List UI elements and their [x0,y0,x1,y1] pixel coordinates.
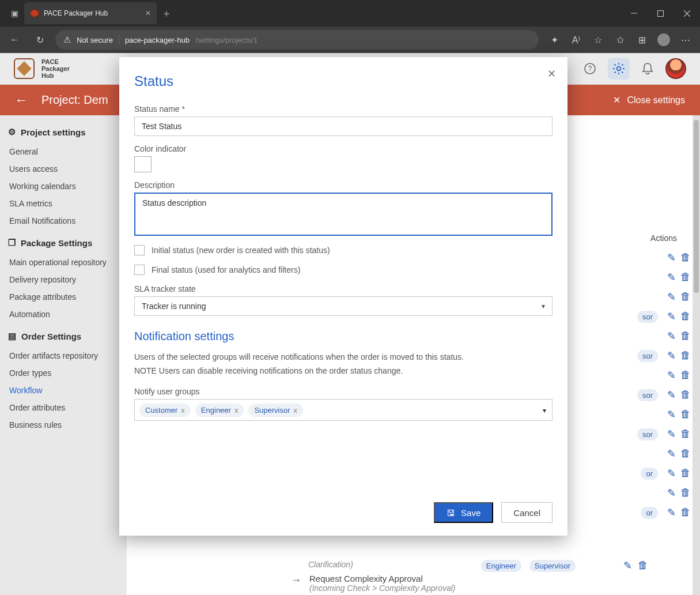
sidebar-item-order-attributes[interactable]: Order attributes [8,399,119,416]
avatar[interactable] [665,58,686,79]
description-input[interactable] [134,193,553,236]
edit-icon[interactable]: ✎ [667,389,676,401]
edit-icon[interactable]: ✎ [667,506,676,519]
tab-title: PACE Packager Hub [44,9,141,17]
table-row: ✎🗑 [576,405,691,424]
edit-icon[interactable]: ✎ [667,408,676,421]
svg-line-13 [622,71,623,73]
delete-icon[interactable]: 🗑 [680,506,691,519]
role-chip[interactable]: or [641,507,658,519]
modal-close-icon[interactable]: ✕ [547,67,556,80]
user-group-tag[interactable]: Customerx [139,404,191,417]
save-icon: 🖫 [447,508,455,518]
maximize-icon[interactable] [647,0,673,27]
edit-icon[interactable]: ✎ [667,467,676,480]
notify-groups-select[interactable]: CustomerxEngineerxSupervisorx▾ [134,399,553,421]
role-chip[interactable]: sor [637,389,658,401]
tab-close-icon[interactable]: ✕ [145,9,151,17]
sidebar-item-users-access[interactable]: Users access [8,160,119,178]
new-tab-button[interactable]: ＋ [157,6,176,20]
delete-icon[interactable]: 🗑 [638,559,648,572]
save-button[interactable]: 🖫 Save [434,502,493,523]
favorite-icon[interactable]: ☆ [588,30,608,50]
edit-icon[interactable]: ✎ [667,271,676,284]
sidebar-item-order-artifacts[interactable]: Order artifacts repository [8,347,119,364]
delete-icon[interactable]: 🗑 [680,467,691,480]
edit-icon[interactable]: ✎ [667,487,676,499]
initial-status-checkbox[interactable]: Initial status (new order is created wit… [134,245,553,255]
sidebar-item-delivery-repo[interactable]: Delivery repository [8,271,119,288]
delete-icon[interactable]: 🗑 [680,447,691,460]
clarity-icon[interactable]: ✦ [544,30,564,50]
delete-icon[interactable]: 🗑 [680,369,691,382]
final-status-label: Final status (used for analytics and fil… [152,265,300,274]
edit-icon[interactable]: ✎ [667,251,676,264]
profile-icon[interactable] [654,30,673,50]
delete-icon[interactable]: 🗑 [680,408,691,421]
read-aloud-icon[interactable]: A⁾ [566,30,586,50]
browser-tab[interactable]: PACE Packager Hub ✕ [24,2,157,24]
final-status-checkbox[interactable]: Final status (used for analytics and fil… [134,265,553,275]
role-chip[interactable]: Engineer [481,560,521,572]
help-icon[interactable]: ? [579,58,601,80]
edit-icon[interactable]: ✎ [667,428,676,440]
edit-icon[interactable]: ✎ [667,447,676,460]
url-field[interactable]: ⚠ Not secure pace-packager-hub/settings/… [55,30,539,50]
sidebar-item-package-attributes[interactable]: Package attributes [8,288,119,306]
transition-title: Request Complexity Approval [309,574,456,583]
tag-remove-icon[interactable]: x [181,406,185,415]
settings-icon[interactable] [608,58,630,80]
app-logo-icon [14,58,35,79]
color-indicator-swatch[interactable] [134,156,152,172]
refresh-icon[interactable]: ↻ [30,30,50,50]
role-chip[interactable]: Supervisor [529,560,576,572]
role-chip[interactable]: sor [637,428,658,440]
sidebar-item-main-repo[interactable]: Main operational repository [8,254,119,271]
sidebar-item-business-rules[interactable]: Business rules [8,416,119,434]
tab-actions-icon[interactable]: ▣ [5,3,24,23]
status-name-input[interactable] [134,116,553,136]
delete-icon[interactable]: 🗑 [680,487,691,499]
delete-icon[interactable]: 🗑 [680,310,691,323]
user-group-tag[interactable]: Supervisorx [248,404,303,417]
sidebar-item-automation[interactable]: Automation [8,306,119,323]
role-chip[interactable]: or [641,468,658,480]
favorites-bar-icon[interactable]: ✩ [610,30,630,50]
table-row: ✎🗑 [576,287,691,307]
edit-icon[interactable]: ✎ [623,559,632,572]
user-group-tag[interactable]: Engineerx [195,404,244,417]
sidebar-item-general[interactable]: General [8,143,119,160]
back-icon[interactable]: ← [5,30,24,50]
sla-tracker-select[interactable]: Tracker is running ▾ [134,296,553,316]
delete-icon[interactable]: 🗑 [680,291,691,303]
window-close-icon[interactable] [673,0,700,27]
tag-remove-icon[interactable]: x [234,406,239,415]
edit-icon[interactable]: ✎ [667,330,676,342]
delete-icon[interactable]: 🗑 [680,428,691,440]
delete-icon[interactable]: 🗑 [680,389,691,401]
minimize-icon[interactable] [620,0,647,27]
close-settings-button[interactable]: ✕ Close settings [613,95,686,106]
delete-icon[interactable]: 🗑 [680,271,691,284]
sidebar-item-working-calendars[interactable]: Working calendars [8,178,119,195]
tag-remove-icon[interactable]: x [294,406,298,415]
back-arrow-icon[interactable]: ← [15,93,28,108]
bell-icon[interactable] [637,58,659,80]
cancel-button[interactable]: Cancel [501,502,553,523]
edit-icon[interactable]: ✎ [667,291,676,303]
delete-icon[interactable]: 🗑 [680,349,691,362]
more-icon[interactable]: ⋯ [676,30,695,50]
delete-icon[interactable]: 🗑 [680,251,691,264]
edit-icon[interactable]: ✎ [667,349,676,362]
sidebar-item-sla-metrics[interactable]: SLA metrics [8,195,119,212]
role-chip[interactable]: sor [637,350,658,362]
delete-icon[interactable]: 🗑 [680,330,691,342]
edit-icon[interactable]: ✎ [667,310,676,323]
scrollbar-thumb[interactable] [694,120,699,293]
sidebar-item-email-notifications[interactable]: Email Notifications [8,212,119,229]
sidebar-item-order-types[interactable]: Order types [8,364,119,382]
sidebar-item-workflow[interactable]: Workflow [8,382,119,399]
role-chip[interactable]: sor [637,311,658,323]
collections-icon[interactable]: ⊞ [632,30,652,50]
edit-icon[interactable]: ✎ [667,369,676,382]
